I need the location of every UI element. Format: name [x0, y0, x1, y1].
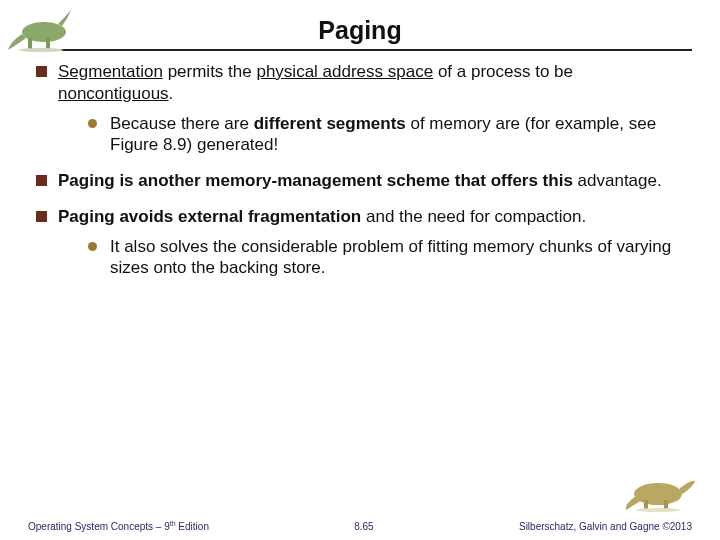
sub-bullet-list: It also solves the considerable problem …: [58, 236, 690, 280]
svg-point-7: [636, 508, 680, 512]
text-segment: It also solves the considerable problem …: [110, 237, 671, 278]
bullet-list: Segmentation permits the physical addres…: [36, 61, 690, 279]
text-segment: permits the: [163, 62, 257, 81]
svg-point-4: [634, 483, 682, 505]
title-divider: [28, 49, 692, 51]
svg-rect-1: [28, 38, 32, 50]
sub-bullet-3a: It also solves the considerable problem …: [88, 236, 690, 280]
slide-footer: Operating System Concepts – 9th Edition …: [28, 520, 692, 532]
text-segment: and the need for compaction.: [361, 207, 586, 226]
bullet-1: Segmentation permits the physical addres…: [36, 61, 690, 156]
text-segment: Paging is another memory-management sche…: [58, 171, 573, 190]
text-segment: Paging avoids external fragmentation: [58, 207, 361, 226]
sub-bullet-1a: Because there are different segments of …: [88, 113, 690, 157]
dinosaur-top-left-icon: [6, 2, 76, 52]
slide: Paging Segmentation permits the physical…: [0, 0, 720, 540]
sub-bullet-list: Because there are different segments of …: [58, 113, 690, 157]
text-segment: of a process to be: [433, 62, 573, 81]
dinosaur-bottom-right-icon: [624, 470, 696, 512]
text-segment: Segmentation: [58, 62, 163, 81]
text-segment: Operating System Concepts – 9: [28, 521, 170, 532]
text-segment: advantage.: [573, 171, 662, 190]
text-segment: .: [169, 84, 174, 103]
text-segment: Edition: [176, 521, 209, 532]
footer-right: Silberschatz, Galvin and Gagne ©2013: [519, 521, 692, 532]
footer-center: 8.65: [209, 521, 519, 532]
svg-point-3: [19, 48, 63, 52]
text-segment: different segments: [254, 114, 406, 133]
text-segment: noncontiguous: [58, 84, 169, 103]
bullet-2: Paging is another memory-management sche…: [36, 170, 690, 192]
slide-content: Segmentation permits the physical addres…: [28, 55, 692, 279]
footer-left: Operating System Concepts – 9th Edition: [28, 520, 209, 532]
text-segment: physical address space: [256, 62, 433, 81]
slide-title: Paging: [28, 10, 692, 45]
bullet-3: Paging avoids external fragmentation and…: [36, 206, 690, 279]
text-segment: Because there are: [110, 114, 254, 133]
